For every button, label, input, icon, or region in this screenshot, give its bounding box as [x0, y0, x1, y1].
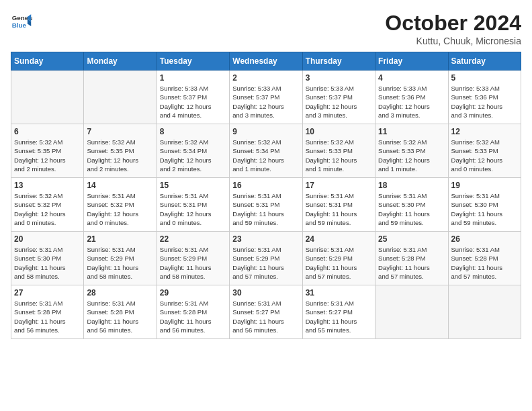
day-number: 29: [160, 288, 226, 298]
calendar-day-cell: 30Sunrise: 5:31 AM Sunset: 5:27 PM Dayli…: [230, 285, 302, 339]
day-number: 10: [306, 127, 372, 136]
calendar-day-cell: 12Sunrise: 5:32 AM Sunset: 5:33 PM Dayli…: [448, 124, 521, 178]
header: General Blue October 2024 Kuttu, Chuuk, …: [11, 11, 521, 46]
day-info: Sunrise: 5:31 AM Sunset: 5:28 PM Dayligh…: [451, 245, 518, 281]
calendar-day-cell: 21Sunrise: 5:31 AM Sunset: 5:29 PM Dayli…: [84, 232, 157, 285]
weekday-header-tuesday: Tuesday: [157, 52, 229, 71]
calendar-day-cell: 5Sunrise: 5:33 AM Sunset: 5:36 PM Daylig…: [448, 71, 521, 124]
day-number: 11: [378, 127, 445, 136]
calendar-day-cell: 8Sunrise: 5:32 AM Sunset: 5:34 PM Daylig…: [157, 124, 229, 178]
day-number: 26: [451, 234, 518, 244]
day-number: 9: [232, 127, 299, 136]
calendar-day-cell: 28Sunrise: 5:31 AM Sunset: 5:28 PM Dayli…: [84, 285, 157, 339]
title-area: October 2024 Kuttu, Chuuk, Micronesia: [385, 11, 521, 46]
day-info: Sunrise: 5:32 AM Sunset: 5:32 PM Dayligh…: [14, 191, 81, 227]
day-info: Sunrise: 5:32 AM Sunset: 5:35 PM Dayligh…: [87, 138, 153, 173]
weekday-header-sunday: Sunday: [11, 52, 84, 71]
calendar-day-cell: 9Sunrise: 5:32 AM Sunset: 5:34 PM Daylig…: [230, 124, 302, 178]
calendar-week-row: 20Sunrise: 5:31 AM Sunset: 5:30 PM Dayli…: [11, 232, 521, 285]
day-info: Sunrise: 5:33 AM Sunset: 5:37 PM Dayligh…: [306, 84, 372, 120]
day-info: Sunrise: 5:31 AM Sunset: 5:30 PM Dayligh…: [451, 191, 518, 227]
day-number: 4: [378, 73, 445, 83]
day-number: 2: [232, 73, 299, 83]
day-number: 27: [14, 288, 81, 298]
day-number: 30: [232, 288, 299, 298]
day-number: 7: [87, 127, 153, 136]
day-number: 25: [378, 234, 445, 244]
day-info: Sunrise: 5:31 AM Sunset: 5:29 PM Dayligh…: [232, 245, 299, 281]
day-number: 31: [306, 288, 372, 298]
day-info: Sunrise: 5:31 AM Sunset: 5:31 PM Dayligh…: [232, 191, 299, 227]
calendar-day-cell: [11, 71, 84, 124]
calendar-day-cell: 3Sunrise: 5:33 AM Sunset: 5:37 PM Daylig…: [302, 71, 375, 124]
calendar-day-cell: 20Sunrise: 5:31 AM Sunset: 5:30 PM Dayli…: [11, 232, 84, 285]
day-number: 5: [451, 73, 518, 83]
day-info: Sunrise: 5:33 AM Sunset: 5:36 PM Dayligh…: [378, 84, 445, 120]
day-info: Sunrise: 5:32 AM Sunset: 5:33 PM Dayligh…: [451, 138, 518, 173]
calendar-day-cell: 6Sunrise: 5:32 AM Sunset: 5:35 PM Daylig…: [11, 124, 84, 178]
day-number: 23: [232, 234, 299, 244]
calendar-day-cell: 29Sunrise: 5:31 AM Sunset: 5:28 PM Dayli…: [157, 285, 229, 339]
day-info: Sunrise: 5:31 AM Sunset: 5:29 PM Dayligh…: [160, 245, 226, 281]
day-number: 15: [160, 181, 226, 190]
calendar-day-cell: 2Sunrise: 5:33 AM Sunset: 5:37 PM Daylig…: [230, 71, 302, 124]
day-number: 24: [306, 234, 372, 244]
calendar-week-row: 13Sunrise: 5:32 AM Sunset: 5:32 PM Dayli…: [11, 178, 521, 232]
weekday-header-thursday: Thursday: [302, 52, 375, 71]
calendar-day-cell: 22Sunrise: 5:31 AM Sunset: 5:29 PM Dayli…: [157, 232, 229, 285]
day-info: Sunrise: 5:31 AM Sunset: 5:30 PM Dayligh…: [14, 245, 81, 281]
calendar-day-cell: 11Sunrise: 5:32 AM Sunset: 5:33 PM Dayli…: [375, 124, 448, 178]
day-number: 1: [160, 73, 226, 83]
weekday-header-saturday: Saturday: [448, 52, 521, 71]
calendar-day-cell: 23Sunrise: 5:31 AM Sunset: 5:29 PM Dayli…: [230, 232, 302, 285]
day-info: Sunrise: 5:31 AM Sunset: 5:30 PM Dayligh…: [378, 191, 445, 227]
calendar-day-cell: 31Sunrise: 5:31 AM Sunset: 5:27 PM Dayli…: [302, 285, 375, 339]
day-number: 8: [160, 127, 226, 136]
calendar-day-cell: [448, 285, 521, 339]
weekday-header-wednesday: Wednesday: [230, 52, 302, 71]
calendar-table: SundayMondayTuesdayWednesdayThursdayFrid…: [11, 52, 521, 339]
day-number: 13: [14, 181, 81, 190]
calendar-day-cell: 1Sunrise: 5:33 AM Sunset: 5:37 PM Daylig…: [157, 71, 229, 124]
day-info: Sunrise: 5:33 AM Sunset: 5:37 PM Dayligh…: [160, 84, 226, 120]
day-info: Sunrise: 5:32 AM Sunset: 5:34 PM Dayligh…: [160, 138, 226, 173]
day-info: Sunrise: 5:31 AM Sunset: 5:31 PM Dayligh…: [160, 191, 226, 227]
day-info: Sunrise: 5:31 AM Sunset: 5:32 PM Dayligh…: [87, 191, 153, 227]
day-info: Sunrise: 5:31 AM Sunset: 5:27 PM Dayligh…: [306, 299, 372, 334]
day-number: 6: [14, 127, 81, 136]
calendar-week-row: 6Sunrise: 5:32 AM Sunset: 5:35 PM Daylig…: [11, 124, 521, 178]
weekday-header-friday: Friday: [375, 52, 448, 71]
day-number: 3: [306, 73, 372, 83]
day-info: Sunrise: 5:31 AM Sunset: 5:28 PM Dayligh…: [160, 299, 226, 334]
day-number: 22: [160, 234, 226, 244]
day-number: 18: [378, 181, 445, 190]
day-number: 28: [87, 288, 153, 298]
calendar-day-cell: 4Sunrise: 5:33 AM Sunset: 5:36 PM Daylig…: [375, 71, 448, 124]
calendar-day-cell: 10Sunrise: 5:32 AM Sunset: 5:33 PM Dayli…: [302, 124, 375, 178]
day-info: Sunrise: 5:32 AM Sunset: 5:33 PM Dayligh…: [306, 138, 372, 173]
day-number: 20: [14, 234, 81, 244]
calendar-day-cell: 24Sunrise: 5:31 AM Sunset: 5:29 PM Dayli…: [302, 232, 375, 285]
day-number: 21: [87, 234, 153, 244]
calendar-week-row: 1Sunrise: 5:33 AM Sunset: 5:37 PM Daylig…: [11, 71, 521, 124]
calendar-day-cell: 14Sunrise: 5:31 AM Sunset: 5:32 PM Dayli…: [84, 178, 157, 232]
logo: General Blue: [11, 11, 32, 32]
calendar-day-cell: 18Sunrise: 5:31 AM Sunset: 5:30 PM Dayli…: [375, 178, 448, 232]
calendar-day-cell: 27Sunrise: 5:31 AM Sunset: 5:28 PM Dayli…: [11, 285, 84, 339]
day-info: Sunrise: 5:31 AM Sunset: 5:28 PM Dayligh…: [378, 245, 445, 281]
month-title: October 2024: [385, 11, 521, 36]
day-number: 12: [451, 127, 518, 136]
day-info: Sunrise: 5:31 AM Sunset: 5:29 PM Dayligh…: [87, 245, 153, 281]
day-info: Sunrise: 5:32 AM Sunset: 5:35 PM Dayligh…: [14, 138, 81, 173]
day-number: 19: [451, 181, 518, 190]
calendar-day-cell: 16Sunrise: 5:31 AM Sunset: 5:31 PM Dayli…: [230, 178, 302, 232]
calendar-day-cell: 15Sunrise: 5:31 AM Sunset: 5:31 PM Dayli…: [157, 178, 229, 232]
day-info: Sunrise: 5:32 AM Sunset: 5:33 PM Dayligh…: [378, 138, 445, 173]
day-info: Sunrise: 5:31 AM Sunset: 5:27 PM Dayligh…: [232, 299, 299, 334]
weekday-header-row: SundayMondayTuesdayWednesdayThursdayFrid…: [11, 52, 521, 71]
calendar-day-cell: 25Sunrise: 5:31 AM Sunset: 5:28 PM Dayli…: [375, 232, 448, 285]
calendar-day-cell: 7Sunrise: 5:32 AM Sunset: 5:35 PM Daylig…: [84, 124, 157, 178]
day-number: 14: [87, 181, 153, 190]
day-info: Sunrise: 5:31 AM Sunset: 5:28 PM Dayligh…: [14, 299, 81, 334]
calendar-day-cell: [84, 71, 157, 124]
